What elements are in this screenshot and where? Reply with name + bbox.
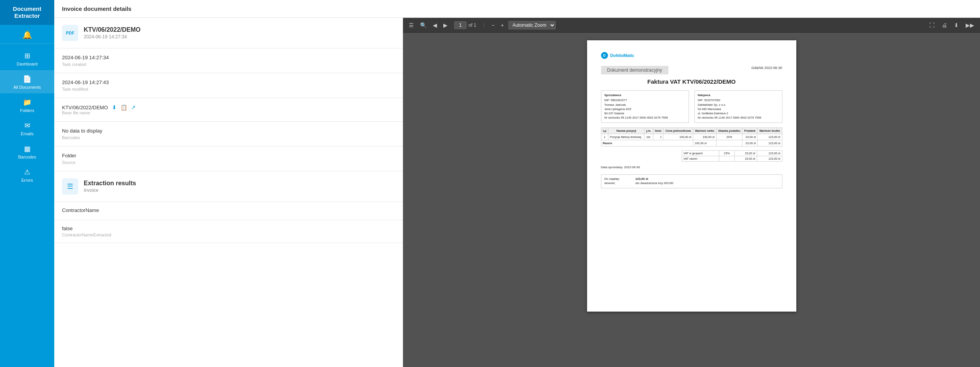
buyer-box: Nabywca NIP: 5232707062 DahliaMatić Sp. …	[694, 90, 782, 123]
pdf-next-page-button[interactable]: ▶	[441, 21, 450, 29]
no-data-text: No data to display	[62, 128, 395, 134]
copy-icon[interactable]: 📋	[121, 104, 127, 110]
dashboard-icon: ⊞	[24, 52, 30, 60]
vat-razem-empty	[719, 156, 734, 161]
invoice-logo: D DohlioMatic	[601, 52, 782, 59]
task-created-time: 2024-06-19 14:27:34	[62, 55, 395, 60]
col-unit-price: Cena jednostkowa	[663, 128, 693, 134]
pdf-download-button[interactable]: ⬇	[952, 21, 961, 29]
pdf-zoom-out-button[interactable]: −	[489, 21, 496, 29]
pdf-print-button[interactable]: 🖨	[940, 21, 949, 29]
notification-bell-area[interactable]: 🔔	[0, 25, 54, 44]
vat-groups-brutto: 123,00 zł	[757, 150, 782, 156]
list-icon: ☰	[62, 178, 78, 195]
table-row: 1 Pozycja faktury testowej. szt. 1 100,0…	[601, 134, 782, 140]
vat-razem-label: VAT razem	[682, 156, 719, 161]
pdf-icon: PDF	[62, 25, 78, 41]
seller-box: Sprzedawca NIP: 5861961577 Tomasz Jadcza…	[601, 90, 689, 123]
extraction-subtitle: Invoice	[84, 188, 136, 193]
sidebar-item-label-errors: Errors	[21, 178, 33, 183]
pdf-page-input[interactable]	[454, 21, 467, 29]
base-filename-label: Base file name	[62, 110, 395, 115]
vat-groups-label: VAT w grupach	[682, 150, 719, 156]
pdf-sidebar-toggle-button[interactable]: ☰	[407, 21, 416, 29]
pdf-page-info: of 1	[454, 21, 476, 29]
invoice-main-title: Faktura VAT KTV/06/2022/DEMO	[601, 78, 782, 85]
logo-circle: D	[601, 52, 608, 59]
cell-razem-netto: 100,00 zł	[693, 140, 716, 146]
folder-label: Folder	[62, 153, 395, 159]
pdf-zoom-select[interactable]: Automatic Zoom	[508, 21, 556, 29]
sidebar-item-emails[interactable]: ✉ Emails	[0, 117, 54, 140]
left-panel: PDF KTV/06/2022/DEMO 2024-06-19 14:27:34…	[54, 18, 403, 367]
barcodes-section: No data to display Barcodes	[54, 122, 403, 146]
payment-row-slownie: słownie: sto dwadzieścia trzy 00/100	[605, 181, 779, 185]
bell-icon[interactable]: 🔔	[22, 30, 32, 40]
sidebar-item-folders[interactable]: 📁 Folders	[0, 93, 54, 117]
pdf-prev-page-button[interactable]: ◀	[431, 21, 439, 29]
buyer-address: 02-460 Warszawa	[698, 107, 779, 111]
sidebar: Document Extractor 🔔 ⊞ Dashboard 📄 All D…	[0, 0, 54, 367]
seller-bank: Nr rachunku 55 1140 2017 0000 4002 0276 …	[605, 115, 685, 120]
main-content: Invoice document details PDF KTV/06/2022…	[54, 0, 980, 367]
vat-summary-table: VAT w grupach 23% 23,00 zł 123,00 zł VAT…	[682, 150, 782, 162]
sidebar-item-errors[interactable]: ⚠ Errors	[0, 163, 54, 186]
task-modified-section: 2024-06-19 14:27:43 Task modified	[54, 73, 403, 98]
cell-name: Pozycja faktury testowej.	[608, 134, 644, 140]
table-row-razem: Razem 100,00 zł 23,00 zł 123,00 zł	[601, 140, 782, 146]
folders-icon: 📁	[23, 98, 31, 107]
pdf-more-button[interactable]: ▶▶	[964, 21, 976, 29]
pdf-fullscreen-button[interactable]: ⛶	[927, 21, 937, 29]
sidebar-item-all-documents[interactable]: 📄 All Documents	[0, 70, 54, 93]
sidebar-item-barcodes[interactable]: ▦ Barcodes	[0, 140, 54, 163]
invoice-city-date: Gdańsk 2022-06-30	[751, 66, 782, 70]
invoice-table: Lp Nazwa pozycji j.m. Ilość Cena jednost…	[601, 128, 782, 146]
pdf-toolbar: ☰ 🔍 ◀ ▶ of 1 | − + Automatic Zoom ⛶ 🖨	[403, 18, 980, 33]
cell-razem-tax: 23,00 zł	[742, 140, 758, 146]
invoice-doc-title-row: Dokument demonstracyjny Gdańsk 2022-06-3…	[601, 66, 782, 74]
pdf-zoom-in-button[interactable]: +	[499, 21, 506, 29]
sidebar-item-label-folders: Folders	[20, 108, 34, 113]
col-qty: Ilość	[653, 128, 663, 134]
logo-text: DohlioMatic	[610, 53, 634, 58]
buyer-nip: NIP: 5232707062	[698, 98, 779, 102]
errors-icon: ⚠	[24, 168, 30, 176]
pdf-page-of: of 1	[468, 22, 476, 28]
payment-slownie-label: słownie:	[605, 181, 632, 185]
buyer-bank: Nr rachunku 55 1140 2017 0000 4002 0276 …	[698, 115, 779, 120]
sidebar-item-label-barcodes: Barcodes	[18, 155, 36, 159]
doc-datetime: 2024-06-19 14:27:34	[84, 34, 141, 40]
pdf-content: D DohlioMatic Dokument demonstracyjny Gd…	[403, 33, 980, 367]
col-name: Nazwa pozycji	[608, 128, 644, 134]
extraction-header: ☰ Extraction results Invoice	[54, 171, 403, 202]
base-filename-text: KTV/06/2022/DEMO	[62, 105, 108, 110]
pdf-search-button[interactable]: 🔍	[418, 21, 429, 29]
sidebar-item-label-dashboard: Dashboard	[17, 62, 38, 66]
emails-icon: ✉	[24, 121, 30, 130]
col-netto: Wartość netto	[693, 128, 716, 134]
download-icon[interactable]: ⬇	[112, 104, 117, 110]
task-created-label: Task created	[62, 62, 395, 67]
open-icon[interactable]: ↗	[131, 104, 136, 110]
payment-box: Do zapłaty: 123,00 zł słownie: sto dwadz…	[601, 174, 782, 188]
sidebar-nav: ⊞ Dashboard 📄 All Documents 📁 Folders ✉ …	[0, 47, 54, 186]
cell-razem-brutto: 123,00 zł	[758, 140, 782, 146]
vat-groups-row: VAT w grupach 23% 23,00 zł 123,00 zł	[682, 150, 782, 156]
filename-row: KTV/06/2022/DEMO ⬇ 📋 ↗	[62, 104, 395, 110]
invoice-doc-label: Dokument demonstracyjny	[601, 66, 668, 74]
vat-summary-area: VAT w grupach 23% 23,00 zł 123,00 zł VAT…	[601, 150, 782, 162]
source-label: Source	[62, 160, 395, 165]
pdf-separator-1: |	[483, 22, 485, 29]
col-tax: Podatek	[742, 128, 758, 134]
pdf-page: D DohlioMatic Dokument demonstracyjny Gd…	[587, 40, 796, 312]
cell-razem-empty	[716, 140, 742, 146]
cell-tax: 23,00 zł	[742, 134, 758, 140]
buyer-label: Nabywca	[698, 93, 779, 97]
cell-razem-label: Razem	[601, 140, 693, 146]
barcodes-icon: ▦	[24, 145, 31, 153]
base-filename-section: KTV/06/2022/DEMO ⬇ 📋 ↗ Base file name	[54, 98, 403, 122]
invoice-parties: Sprzedawca NIP: 5861961577 Tomasz Jadcza…	[601, 90, 782, 123]
seller-nip: NIP: 5861961577	[605, 98, 685, 102]
page-title: Invoice document details	[54, 0, 980, 18]
sidebar-item-dashboard[interactable]: ⊞ Dashboard	[0, 47, 54, 70]
